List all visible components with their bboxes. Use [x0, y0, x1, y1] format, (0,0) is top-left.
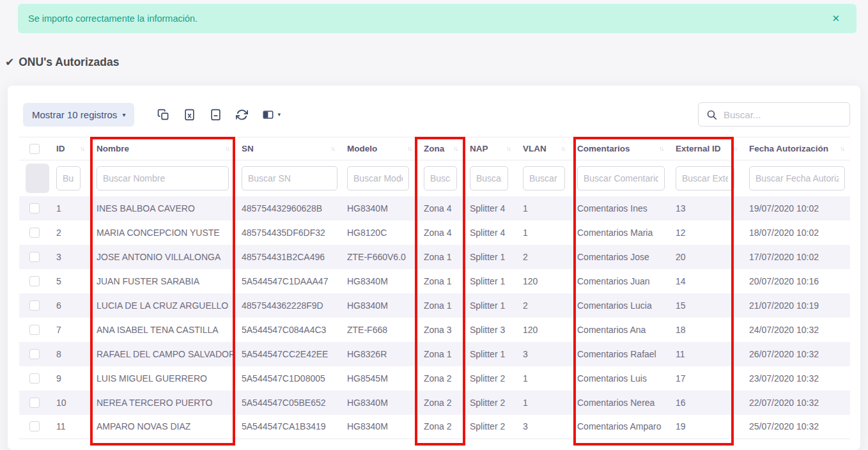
table-row: 10NEREA TERCERO PUERTO5A544547C05BE652HG…	[19, 391, 850, 415]
cell-sn: 485754431B2CA496	[235, 245, 341, 269]
cell-zona: Zona 4	[417, 221, 463, 245]
cell-sn: 5A544547C1D08005	[235, 366, 341, 391]
table-row: 6LUCIA DE LA CRUZ ARGUELLO4857544362228F…	[19, 293, 850, 318]
row-checkbox[interactable]	[29, 325, 40, 335]
show-entries-label: Mostrar 10 registros	[32, 109, 117, 120]
filter-id-input[interactable]	[56, 166, 81, 190]
column-header-external_id[interactable]: External ID↑↓	[669, 137, 743, 160]
cell-select	[19, 366, 50, 391]
sort-icon: ↑↓	[561, 145, 564, 152]
close-icon: ✕	[832, 13, 840, 24]
cell-select	[19, 245, 50, 269]
table-row: 8RAFAEL DEL CAMPO SALVADOR5A544547CC2E42…	[19, 342, 850, 366]
refresh-button[interactable]	[236, 109, 248, 121]
row-checkbox[interactable]	[29, 300, 40, 311]
show-entries-dropdown[interactable]: Mostrar 10 registros ▾	[23, 103, 134, 127]
cell-vlan: 3	[516, 342, 571, 366]
row-checkbox[interactable]	[29, 203, 40, 213]
cell-modelo: ZTE-F660V6.0	[341, 245, 417, 269]
cell-fecha_autorizacion: 25/07/2020 10:32	[743, 415, 850, 439]
filter-modelo-input[interactable]	[347, 166, 409, 190]
sort-icon: ↑↓	[225, 145, 229, 152]
row-checkbox[interactable]	[29, 228, 40, 238]
column-header-comentarios[interactable]: Comentarios↑↓	[571, 137, 669, 160]
column-header-fecha_autorizacion[interactable]: Fecha Autorización↑↓	[743, 137, 850, 160]
column-label: ID	[56, 144, 65, 153]
cell-fecha_autorizacion: 21/07/2020 10:19	[743, 293, 850, 318]
filter-disabled-block	[26, 164, 49, 193]
cell-modelo: ZTE-F668	[341, 318, 417, 342]
alert-close-button[interactable]: ✕	[832, 4, 840, 33]
cell-comentarios: Comentarios Ana	[571, 318, 669, 342]
column-header-nap[interactable]: NAP↑↓	[463, 137, 516, 160]
filter-sn-input[interactable]	[242, 166, 337, 190]
cell-sn: 5A544547C084A4C3	[235, 318, 341, 342]
cell-zona: Zona 1	[417, 293, 463, 318]
table-row: 7ANA ISABEL TENA CASTILLA5A544547C084A4C…	[19, 318, 850, 342]
export-file-button[interactable]	[210, 109, 222, 121]
filter-cell-vlan	[516, 160, 571, 196]
row-checkbox[interactable]	[29, 349, 40, 359]
filter-nombre-input[interactable]	[97, 166, 229, 190]
filter-external_id-input[interactable]	[676, 166, 734, 190]
cell-comentarios: Comentarios Maria	[571, 221, 669, 245]
cell-fecha_autorizacion: 17/07/2020 10:02	[743, 245, 850, 269]
filter-comentarios-input[interactable]	[577, 166, 665, 190]
filter-cell-external_id	[669, 160, 743, 196]
cell-zona: Zona 2	[417, 415, 463, 439]
cell-external_id: 19	[669, 415, 743, 439]
cell-external_id: 18	[669, 318, 743, 342]
column-visibility-button[interactable]: ▾	[262, 109, 281, 121]
row-checkbox[interactable]	[29, 421, 40, 431]
table-filter-row	[19, 160, 850, 196]
cell-fecha_autorizacion: 24/07/2020 10:32	[743, 318, 850, 342]
cell-fecha_autorizacion: 20/07/2020 10:16	[743, 269, 850, 293]
chevron-down-icon: ▾	[122, 111, 125, 118]
cell-zona: Zona 1	[417, 245, 463, 269]
cell-nap: Splitter 1	[463, 342, 516, 366]
cell-nombre: MARIA CONCEPCION YUSTE	[90, 221, 235, 245]
export-icon-group: ▾	[157, 109, 281, 121]
export-excel-button[interactable]	[183, 109, 196, 121]
column-label: NAP	[470, 144, 488, 153]
cell-id: 1	[50, 196, 90, 221]
cell-modelo: HG8340M	[341, 391, 417, 415]
column-label: Nombre	[97, 144, 129, 153]
filter-nap-input[interactable]	[470, 166, 508, 190]
row-checkbox[interactable]	[29, 373, 40, 384]
filter-cell-zona	[417, 160, 463, 196]
column-header-zona[interactable]: Zona↑↓	[417, 137, 463, 160]
row-checkbox[interactable]	[29, 252, 40, 262]
column-header-sn[interactable]: SN↑↓	[235, 137, 341, 160]
cell-nombre: LUIS MIGUEL GUERRERO	[90, 366, 235, 391]
table-body: 1INES BALBOA CAVERO485754432960628BHG834…	[19, 196, 850, 439]
column-header-nombre[interactable]: Nombre↑↓	[90, 137, 235, 160]
filter-cell-id	[50, 160, 90, 196]
global-search	[698, 102, 850, 127]
data-table-wrapper: ID↑↓Nombre↑↓SN↑↓Modelo↑↓Zona↑↓NAP↑↓VLAN↑…	[19, 137, 850, 439]
row-checkbox[interactable]	[29, 398, 40, 408]
cell-nombre: AMPARO NOVAS DIAZ	[90, 415, 235, 439]
cell-select	[19, 269, 50, 293]
cell-modelo: HG8340M	[341, 293, 417, 318]
select-all-checkbox[interactable]	[29, 144, 40, 154]
copy-button[interactable]	[157, 109, 169, 121]
row-checkbox[interactable]	[29, 276, 40, 286]
cell-zona: Zona 1	[417, 342, 463, 366]
filter-vlan-input[interactable]	[523, 166, 565, 190]
column-header-vlan[interactable]: VLAN↑↓	[516, 137, 571, 160]
filter-fecha_autorizacion-input[interactable]	[749, 166, 845, 190]
filter-zona-input[interactable]	[424, 166, 457, 190]
cell-zona: Zona 2	[417, 391, 463, 415]
cell-modelo: HG8545M	[341, 366, 417, 391]
sort-icon: ↑↓	[407, 145, 411, 152]
cell-id: 9	[50, 366, 90, 391]
cell-fecha_autorizacion: 26/07/2020 10:32	[743, 342, 850, 366]
table-row: 1INES BALBOA CAVERO485754432960628BHG834…	[19, 196, 850, 221]
table-header-row: ID↑↓Nombre↑↓SN↑↓Modelo↑↓Zona↑↓NAP↑↓VLAN↑…	[19, 137, 850, 160]
column-header-modelo[interactable]: Modelo↑↓	[341, 137, 417, 160]
column-header-id[interactable]: ID↑↓	[50, 137, 90, 160]
search-input[interactable]	[724, 109, 842, 120]
cell-select	[19, 342, 50, 366]
cell-sn: 5A544547CC2E42EE	[235, 342, 341, 366]
